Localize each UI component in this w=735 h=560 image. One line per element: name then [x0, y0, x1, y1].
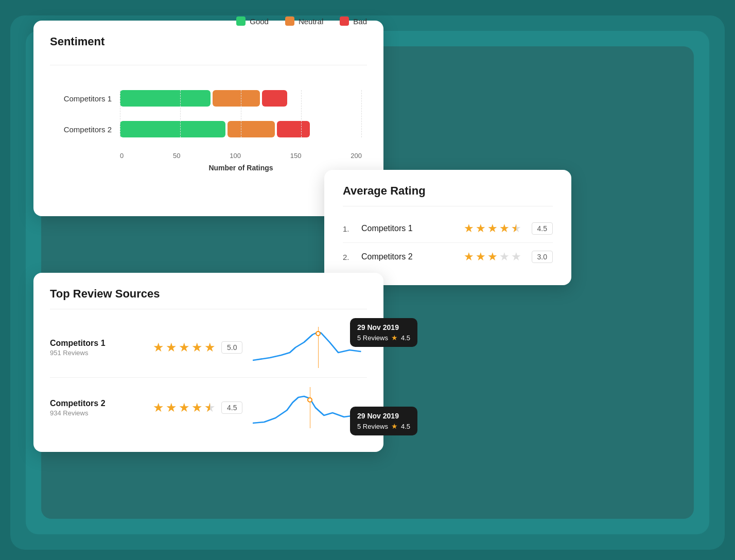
star-1-1: ★ [464, 222, 474, 235]
star-1-2: ★ [476, 222, 486, 235]
x-label-50: 50 [173, 152, 180, 160]
tooltip-2-star-icon: ★ [391, 422, 398, 430]
bars-1 [120, 90, 362, 107]
neutral-dot [285, 16, 294, 26]
src-star-2-2: ★ [166, 400, 177, 415]
star-2-4: ★ [499, 250, 510, 264]
source-rating-2: 4.5 [221, 401, 242, 414]
bar-neutral-1 [213, 90, 260, 107]
stars-1: ★ ★ ★ ★ ★★ [464, 222, 521, 235]
sentiment-title: Sentiment [50, 35, 104, 48]
x-label-200: 200 [351, 152, 362, 160]
source-info-1: Competitors 1 951 Reviews [50, 339, 143, 357]
tooltip-2-rating: 4.5 [401, 423, 410, 430]
source-name-1: Competitors 1 [50, 339, 143, 348]
star-2-5: ★ [511, 250, 521, 264]
x-label-100: 100 [230, 152, 241, 160]
star-2-3: ★ [487, 250, 498, 264]
review-sources-card: Top Review Sources Competitors 1 951 Rev… [33, 273, 383, 452]
bad-dot [340, 16, 349, 26]
legend-neutral: Neutral [285, 16, 323, 26]
source-info-2: Competitors 2 934 Reviews [50, 399, 143, 417]
src-star-1-4: ★ [191, 340, 203, 355]
rank-2: 2. [343, 253, 355, 261]
tooltip-2-date: 29 Nov 2019 [357, 412, 410, 420]
star-1-3: ★ [487, 222, 498, 235]
bar-label-1: Competitors 1 [55, 94, 112, 103]
bar-good-2 [120, 121, 225, 137]
src-star-1-2: ★ [166, 340, 177, 355]
good-dot [236, 16, 246, 26]
source-rating-1: 5.0 [221, 341, 242, 354]
star-2-2: ★ [476, 250, 486, 264]
tooltip-1-date: 29 Nov 2019 [357, 323, 410, 331]
src-star-1-5: ★ [204, 340, 216, 355]
bars-2 [120, 121, 362, 137]
rating-value-2: 3.0 [532, 251, 553, 263]
bar-row-2: Competitors 2 [55, 121, 362, 137]
good-label: Good [250, 17, 269, 26]
tooltip-2-count: 5 Reviews [357, 423, 388, 430]
neutral-label: Neutral [299, 17, 323, 26]
x-label-0: 0 [120, 152, 124, 160]
bar-bad-2 [277, 121, 310, 137]
rating-name-2: Competitors 2 [361, 252, 458, 261]
source-row-2: Competitors 2 934 Reviews ★ ★ ★ ★ ★★ 4.5 [50, 377, 367, 437]
rating-value-1: 4.5 [532, 222, 553, 235]
tooltip-1-star-icon: ★ [391, 334, 398, 342]
tooltip-2-reviews: 5 Reviews ★ 4.5 [357, 422, 410, 430]
bar-row-1: Competitors 1 [55, 90, 362, 107]
rating-row-2: 2. Competitors 2 ★ ★ ★ ★ ★ 3.0 [343, 242, 553, 271]
src-star-2-3: ★ [179, 400, 190, 415]
star-2-1: ★ [464, 250, 474, 264]
star-1-5-half: ★★ [511, 222, 521, 235]
tooltip-1-rating: 4.5 [401, 334, 410, 342]
review-sources-title: Top Review Sources [50, 287, 367, 301]
src-star-2-1: ★ [153, 400, 164, 415]
average-rating-card: Average Rating 1. Competitors 1 ★ ★ ★ ★ … [324, 170, 571, 285]
stars-2: ★ ★ ★ ★ ★ [464, 250, 521, 264]
legend-bad: Bad [340, 16, 367, 26]
bar-label-2: Competitors 2 [55, 125, 112, 134]
avg-rating-title: Average Rating [343, 184, 553, 198]
src-star-1-3: ★ [179, 340, 190, 355]
source-count-1: 951 Reviews [50, 349, 143, 357]
sentiment-legend: Good Neutral Bad [236, 16, 367, 26]
source-row-1: Competitors 1 951 Reviews ★ ★ ★ ★ ★ 5.0 [50, 318, 367, 377]
source-count-2: 934 Reviews [50, 409, 143, 417]
source-stars-1: ★ ★ ★ ★ ★ 5.0 [153, 340, 242, 355]
x-label-150: 150 [290, 152, 302, 160]
source-stars-2: ★ ★ ★ ★ ★★ 4.5 [153, 400, 242, 415]
src-star-2-5-half: ★★ [204, 400, 216, 415]
src-star-2-4: ★ [191, 400, 203, 415]
rating-row-1: 1. Competitors 1 ★ ★ ★ ★ ★★ 4.5 [343, 215, 553, 242]
rank-1: 1. [343, 224, 355, 233]
source-name-2: Competitors 2 [50, 399, 143, 408]
legend-good: Good [236, 16, 269, 26]
bar-neutral-2 [227, 121, 275, 137]
tooltip-1: 29 Nov 2019 5 Reviews ★ 4.5 [350, 318, 417, 347]
tooltip-1-reviews: 5 Reviews ★ 4.5 [357, 334, 410, 342]
star-1-4: ★ [499, 222, 510, 235]
bar-bad-1 [262, 90, 287, 107]
tooltip-1-count: 5 Reviews [357, 334, 388, 342]
rating-name-1: Competitors 1 [361, 224, 458, 233]
bad-label: Bad [353, 17, 367, 26]
x-axis-title: Number of Ratings [120, 164, 362, 172]
tooltip-2: 29 Nov 2019 5 Reviews ★ 4.5 [350, 407, 417, 435]
bar-good-1 [120, 90, 211, 107]
src-star-1-1: ★ [153, 340, 164, 355]
sentiment-chart: Competitors 1 Competitors 2 0 50 [50, 90, 367, 172]
